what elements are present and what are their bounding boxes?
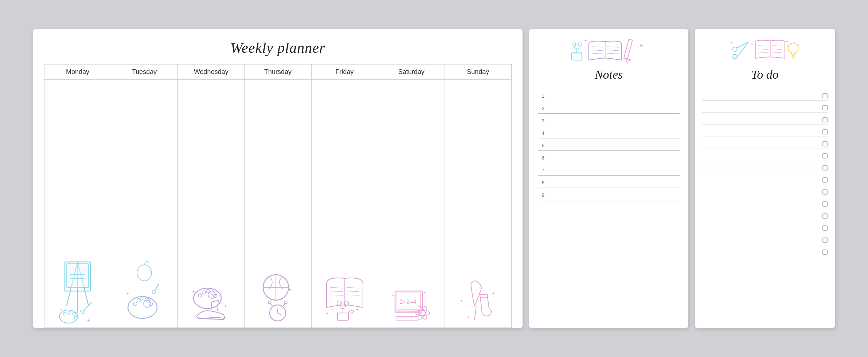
todo-checkbox-8[interactable] — [822, 177, 828, 183]
todo-line-5 — [702, 137, 828, 149]
todo-checkbox-10[interactable] — [822, 201, 828, 207]
todo-underline-7 — [702, 171, 820, 171]
todo-underline-12 — [702, 231, 820, 231]
weekly-planner: Weekly planner Monday — [33, 29, 523, 328]
day-column-tuesday: Tuesday — [111, 64, 178, 328]
svg-line-43 — [278, 313, 281, 315]
todo-underline-14 — [702, 255, 820, 255]
day-content-monday: ✦ ✦ — [44, 80, 111, 327]
svg-line-98 — [607, 53, 619, 54]
svg-rect-99 — [624, 39, 633, 60]
svg-line-35 — [198, 318, 224, 319]
svg-line-114 — [772, 49, 782, 50]
todo-underline-2 — [702, 111, 820, 111]
note-line-5: 5 — [538, 138, 680, 151]
todo-doodles-top: ✦ ✦ ✦ — [702, 36, 828, 66]
svg-line-50 — [330, 287, 343, 288]
note-number-5: 5 — [538, 143, 544, 149]
svg-text:✦: ✦ — [460, 299, 463, 303]
svg-point-28 — [193, 288, 221, 309]
svg-point-32 — [206, 289, 210, 293]
note-line-3: 3 — [538, 114, 680, 126]
svg-point-16 — [137, 265, 152, 281]
svg-text:✦: ✦ — [326, 312, 329, 315]
svg-point-104 — [733, 54, 737, 59]
svg-line-112 — [758, 52, 769, 53]
notes-doodles-top: ♥ ✦ — [538, 36, 680, 66]
note-number-3: 3 — [538, 118, 544, 124]
day-header-thursday: Thursday — [245, 64, 311, 80]
doodle-tuesday: ✦ — [111, 255, 177, 327]
main-container: Weekly planner Monday — [33, 29, 835, 328]
todo-checkbox-12[interactable] — [822, 225, 828, 231]
day-column-thursday: Thursday — [245, 64, 311, 328]
doodle-wednesday: ✦ ✦ — [178, 255, 244, 327]
notes-lines: 1 2 3 4 5 6 7 — [538, 89, 680, 317]
svg-line-25 — [155, 284, 159, 291]
todo-line-1 — [702, 89, 828, 101]
svg-text:✦: ✦ — [224, 304, 227, 308]
day-content-saturday: 2+2=4 — [378, 80, 445, 327]
todo-line-12 — [702, 221, 828, 233]
svg-line-53 — [347, 287, 359, 288]
todo-checkbox-4[interactable] — [822, 129, 828, 134]
day-content-tuesday: ✦ — [111, 80, 177, 327]
note-number-9: 9 — [538, 192, 544, 199]
svg-line-111 — [758, 49, 769, 50]
todo-underline-1 — [702, 99, 820, 99]
note-underline-8 — [548, 186, 680, 186]
todo-line-14 — [702, 245, 828, 257]
svg-line-95 — [592, 53, 603, 54]
svg-line-17 — [144, 262, 145, 265]
svg-point-31 — [202, 291, 206, 294]
svg-line-55 — [347, 295, 359, 295]
note-line-7: 7 — [538, 163, 680, 176]
todo-line-13 — [702, 233, 828, 245]
todo-checkbox-1[interactable] — [822, 93, 828, 98]
todo-title: To do — [702, 68, 828, 82]
note-number-4: 4 — [538, 130, 544, 137]
todo-checkbox-14[interactable] — [822, 250, 828, 255]
day-content-thursday: ♥ — [245, 80, 311, 327]
day-column-monday: Monday — [44, 64, 111, 328]
todo-checkbox-5[interactable] — [822, 141, 828, 146]
svg-point-20 — [133, 302, 137, 306]
svg-text:✦: ✦ — [59, 308, 62, 312]
days-grid: Monday — [44, 64, 512, 328]
svg-point-8 — [63, 312, 66, 315]
todo-checkbox-6[interactable] — [822, 153, 828, 158]
svg-text:✦: ✦ — [785, 40, 788, 44]
svg-point-103 — [733, 47, 737, 51]
todo-underline-6 — [702, 159, 820, 159]
note-line-6: 6 — [538, 151, 680, 163]
svg-text:✦: ✦ — [192, 290, 195, 294]
todo-underline-4 — [702, 135, 820, 135]
svg-point-30 — [198, 294, 202, 297]
svg-rect-4 — [67, 264, 89, 287]
note-line-8: 8 — [538, 176, 680, 188]
svg-text:2+2=4: 2+2=4 — [400, 299, 416, 305]
svg-line-94 — [592, 50, 603, 51]
note-underline-2 — [548, 111, 680, 112]
todo-checkbox-11[interactable] — [822, 213, 828, 219]
day-content-friday: ✦ ✦ — [312, 80, 378, 327]
todo-checkbox-7[interactable] — [822, 165, 828, 170]
svg-text:♥: ♥ — [289, 287, 291, 292]
svg-text:✦: ✦ — [87, 318, 90, 323]
svg-line-97 — [607, 50, 619, 51]
day-header-tuesday: Tuesday — [111, 64, 177, 80]
todo-line-3 — [702, 113, 828, 125]
todo-checkbox-9[interactable] — [822, 189, 828, 195]
todo-line-7 — [702, 161, 828, 173]
note-line-2: 2 — [538, 101, 680, 114]
todo-underline-9 — [702, 195, 820, 195]
todo-checkbox-13[interactable] — [822, 238, 828, 243]
todo-checkbox-2[interactable] — [822, 105, 828, 110]
doodle-sunday: ✦ ✦ ✦ — [445, 255, 511, 327]
svg-text:✦: ✦ — [584, 39, 587, 43]
day-header-wednesday: Wednesday — [178, 64, 244, 80]
day-header-monday: Monday — [44, 64, 111, 80]
note-line-1: 1 — [538, 89, 680, 101]
svg-point-21 — [137, 298, 141, 302]
todo-checkbox-3[interactable] — [822, 117, 828, 122]
